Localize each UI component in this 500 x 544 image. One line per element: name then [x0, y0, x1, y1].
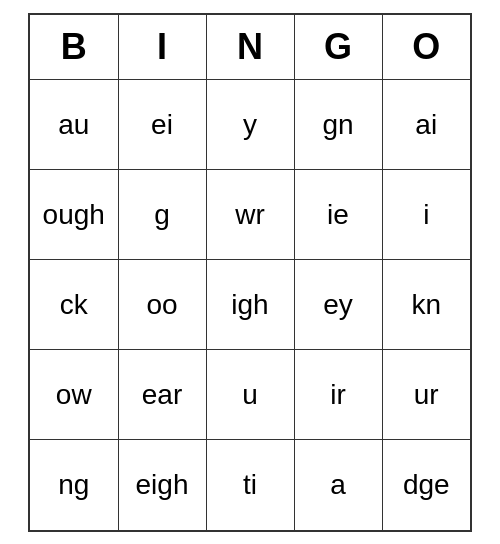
list-item: kn	[382, 260, 470, 350]
list-item: a	[294, 440, 382, 530]
table-row: ngeightiadge	[30, 440, 470, 530]
list-item: igh	[206, 260, 294, 350]
list-item: ie	[294, 170, 382, 260]
list-item: wr	[206, 170, 294, 260]
list-item: ei	[118, 80, 206, 170]
table-row: ckooigheykn	[30, 260, 470, 350]
list-item: ck	[30, 260, 118, 350]
header-row: B I N G O	[30, 15, 470, 80]
table-row: oughgwriei	[30, 170, 470, 260]
list-item: ng	[30, 440, 118, 530]
header-n: N	[206, 15, 294, 80]
list-item: ear	[118, 350, 206, 440]
list-item: ey	[294, 260, 382, 350]
list-item: dge	[382, 440, 470, 530]
list-item: eigh	[118, 440, 206, 530]
list-item: ir	[294, 350, 382, 440]
header-i: I	[118, 15, 206, 80]
bingo-table: B I N G O aueiygnaioughgwrieickooigheykn…	[30, 15, 470, 530]
list-item: ough	[30, 170, 118, 260]
list-item: gn	[294, 80, 382, 170]
header-b: B	[30, 15, 118, 80]
list-item: au	[30, 80, 118, 170]
list-item: oo	[118, 260, 206, 350]
list-item: ai	[382, 80, 470, 170]
list-item: ow	[30, 350, 118, 440]
table-row: owearuirur	[30, 350, 470, 440]
header-o: O	[382, 15, 470, 80]
list-item: g	[118, 170, 206, 260]
list-item: i	[382, 170, 470, 260]
header-g: G	[294, 15, 382, 80]
list-item: y	[206, 80, 294, 170]
table-row: aueiygnai	[30, 80, 470, 170]
list-item: ur	[382, 350, 470, 440]
list-item: ti	[206, 440, 294, 530]
bingo-body: aueiygnaioughgwrieickooigheyknowearuirur…	[30, 80, 470, 530]
list-item: u	[206, 350, 294, 440]
bingo-card: B I N G O aueiygnaioughgwrieickooigheykn…	[28, 13, 472, 532]
